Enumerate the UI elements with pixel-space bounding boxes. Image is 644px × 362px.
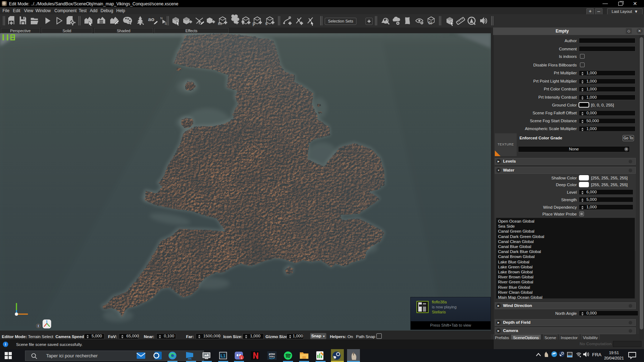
svg-text:GI: GI bbox=[428, 21, 432, 25]
svg-text:Selection Sets: Selection Sets bbox=[328, 19, 353, 23]
svg-text:m: m bbox=[218, 21, 222, 26]
svg-text:s: s bbox=[265, 21, 268, 26]
svg-text:ao: ao bbox=[148, 16, 155, 22]
svg-text:1: 1 bbox=[240, 356, 242, 359]
svg-text:N: N bbox=[160, 16, 163, 20]
svg-text:p: p bbox=[253, 21, 255, 26]
svg-text:L1: L1 bbox=[220, 353, 225, 358]
svg-text:video: video bbox=[269, 355, 275, 358]
svg-text:S: S bbox=[165, 22, 167, 25]
